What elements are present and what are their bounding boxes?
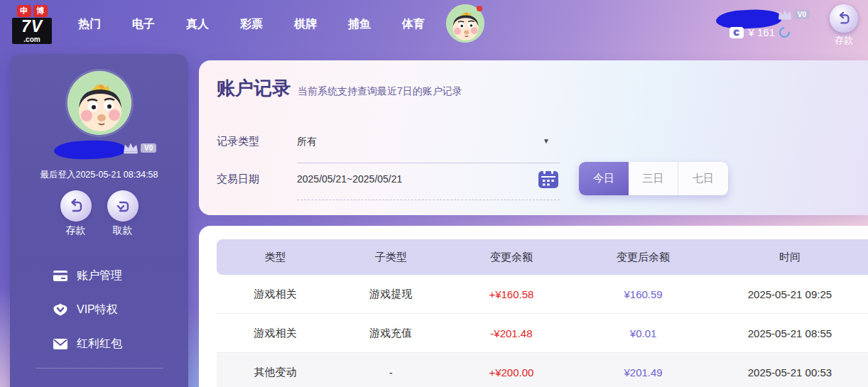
balance-amount: ¥ 161 xyxy=(748,26,775,38)
sidebar-name-row: V0 xyxy=(10,139,188,160)
sidebar-actions: 存款 取款 xyxy=(10,190,188,237)
user-avatar[interactable] xyxy=(446,4,484,43)
page-title: 账户记录 xyxy=(217,76,291,101)
logo-badge-shen: 申 xyxy=(17,5,31,17)
notification-dot xyxy=(477,6,482,11)
cell-change: +¥200.00 xyxy=(448,366,575,378)
col-subtype: 子类型 xyxy=(334,251,447,264)
col-balance-after: 变更后余额 xyxy=(575,251,712,264)
nav-user-area: V0 ¥ 161 存款 xyxy=(634,0,868,48)
record-type-label: 记录类型 xyxy=(217,135,297,163)
calendar-icon[interactable] xyxy=(538,170,558,188)
range-7day-button[interactable]: 七日 xyxy=(678,162,728,195)
vip-level: V0 xyxy=(777,9,810,20)
user-sidebar: V0 最后登入2025-05-21 08:34:58 存款 取款 xyxy=(10,54,188,387)
deposit-circle[interactable] xyxy=(60,190,92,222)
transfer-arrow-icon xyxy=(836,11,852,26)
record-type-row: 记录类型 所有 ▼ xyxy=(217,135,560,163)
account-records-card: 账户记录 当前系统支持查询最近7日的账户记录 记录类型 所有 ▼ 交易日期 20… xyxy=(199,60,868,215)
deposit-label: 存款 xyxy=(66,224,86,237)
cell-subtype: 游戏充值 xyxy=(334,327,447,340)
main-menu: 热门 电子 真人 彩票 棋牌 捕鱼 体育 优惠 xyxy=(78,17,479,32)
site-logo[interactable]: 申 博 7V .com xyxy=(10,5,54,44)
nav-item-hot[interactable]: 热门 xyxy=(78,17,101,32)
cell-time: 2025-05-21 08:55 xyxy=(712,327,868,339)
range-today-button[interactable]: 今日 xyxy=(579,162,629,195)
deposit-circle[interactable] xyxy=(830,4,858,33)
nav-item-sports[interactable]: 体育 xyxy=(402,17,425,32)
sidebar-vip-badge: V0 xyxy=(141,143,156,153)
envelope-icon xyxy=(53,339,68,349)
logo-text: 7V xyxy=(12,18,52,36)
sidebar-withdraw-button[interactable]: 取款 xyxy=(107,190,139,237)
withdraw-label: 取款 xyxy=(113,224,133,237)
cell-type: 游戏相关 xyxy=(217,288,334,301)
nav-item-fishing[interactable]: 捕鱼 xyxy=(348,17,371,32)
col-change: 变更余额 xyxy=(448,251,575,264)
date-range-presets: 今日 三日 七日 xyxy=(579,162,728,195)
record-type-select[interactable]: 所有 ▼ xyxy=(297,135,560,163)
cell-balance: ¥160.59 xyxy=(575,288,712,300)
table-row: 游戏相关 游戏充值 -¥201.48 ¥0.01 2025-05-21 08:5… xyxy=(217,314,868,353)
balance-row: ¥ 161 xyxy=(729,26,790,38)
sidebar-menu: 账户管理 VIP特权 红利红包 xyxy=(10,258,188,361)
table-row: 游戏相关 游戏提现 +¥160.58 ¥160.59 2025-05-21 09… xyxy=(217,275,868,314)
col-time: 时间 xyxy=(712,251,868,264)
crown-icon xyxy=(777,9,793,20)
col-type: 类型 xyxy=(217,251,334,264)
record-type-value: 所有 xyxy=(297,136,317,147)
logo-badges: 申 博 xyxy=(17,5,48,17)
transfer-arrow-icon xyxy=(67,197,85,214)
cell-subtype: 游戏提现 xyxy=(334,288,447,301)
cell-subtype: - xyxy=(334,366,447,378)
chevron-down-icon[interactable]: ▼ xyxy=(543,137,550,145)
nav-item-slots[interactable]: 电子 xyxy=(132,17,155,32)
sidebar-item-label: 红利红包 xyxy=(77,337,122,351)
censored-username-sidebar xyxy=(54,139,126,160)
sidebar-avatar[interactable] xyxy=(67,71,131,135)
table-row: 其他变动 - +¥200.00 ¥201.49 2025-05-21 00:53 xyxy=(217,353,868,387)
records-table-card: 类型 子类型 变更余额 变更后余额 时间 游戏相关 游戏提现 +¥160.58 … xyxy=(199,226,868,387)
wallet-icon xyxy=(729,27,744,38)
nav-item-live[interactable]: 真人 xyxy=(186,17,209,32)
withdraw-circle[interactable] xyxy=(107,190,139,222)
cell-type: 游戏相关 xyxy=(217,327,334,340)
crown-icon xyxy=(122,141,139,154)
sidebar-item-account-management[interactable]: 账户管理 xyxy=(10,258,188,293)
last-login-text: 最后登入2025-05-21 08:34:58 xyxy=(10,169,188,181)
deposit-quick-button[interactable]: 存款 xyxy=(828,4,859,47)
transaction-date-label: 交易日期 xyxy=(217,173,297,200)
cell-change: +¥160.58 xyxy=(448,288,575,300)
title-row: 账户记录 当前系统支持查询最近7日的账户记录 xyxy=(217,76,462,101)
cell-time: 2025-05-21 00:53 xyxy=(712,366,868,378)
sidebar-divider xyxy=(36,368,163,369)
vip-shield-icon xyxy=(53,303,68,316)
vip-badge: V0 xyxy=(794,10,810,19)
sidebar-deposit-button[interactable]: 存款 xyxy=(60,190,92,237)
sidebar-item-vip-privileges[interactable]: VIP特权 xyxy=(10,293,188,327)
sidebar-vip-level: V0 xyxy=(122,141,156,154)
cell-balance: ¥201.49 xyxy=(575,366,712,378)
date-range-value: 2025/05/21~2025/05/21 xyxy=(297,173,402,185)
sidebar-avatar-cartoon xyxy=(67,71,131,135)
top-nav: 申 博 7V .com 热门 电子 真人 彩票 棋牌 捕鱼 体育 优惠 xyxy=(0,0,868,48)
page-subtitle: 当前系统支持查询最近7日的账户记录 xyxy=(298,85,462,98)
transfer-arrow-down-icon xyxy=(114,197,131,214)
deposit-quick-label: 存款 xyxy=(835,34,853,47)
cell-balance: ¥0.01 xyxy=(575,327,712,339)
cell-type: 其他变动 xyxy=(217,366,334,379)
logo-badge-bo: 博 xyxy=(33,5,48,17)
sidebar-item-bonus-redpacket[interactable]: 红利红包 xyxy=(10,327,188,361)
date-range-input[interactable]: 2025/05/21~2025/05/21 xyxy=(297,173,560,200)
nav-item-lottery[interactable]: 彩票 xyxy=(240,17,263,32)
refresh-icon[interactable] xyxy=(777,25,792,40)
sidebar-item-label: 账户管理 xyxy=(77,268,122,283)
records-table: 类型 子类型 变更余额 变更后余额 时间 游戏相关 游戏提现 +¥160.58 … xyxy=(217,239,868,387)
nav-item-chess[interactable]: 棋牌 xyxy=(294,17,317,32)
range-3day-button[interactable]: 三日 xyxy=(629,162,678,195)
logo-suffix: .com xyxy=(12,36,52,44)
transaction-date-row: 交易日期 2025/05/21~2025/05/21 xyxy=(217,173,560,200)
table-header-row: 类型 子类型 变更余额 变更后余额 时间 xyxy=(217,239,868,275)
sidebar-item-label: VIP特权 xyxy=(77,302,118,317)
bank-card-icon xyxy=(53,271,68,281)
